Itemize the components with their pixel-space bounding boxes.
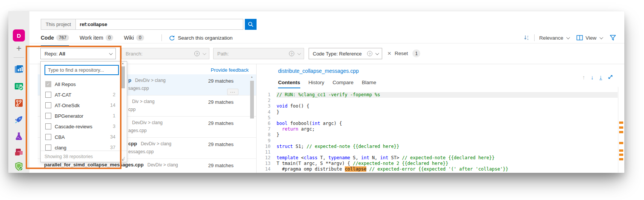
repo-search-input[interactable] (45, 65, 119, 75)
tab-wiki[interactable]: Wiki 0 (124, 32, 144, 43)
tab-code[interactable]: Code 767 (41, 32, 69, 43)
repo-match-count: 34 (110, 134, 115, 140)
scroll-up-icon[interactable]: ▲ (121, 62, 124, 65)
match-marker[interactable] (619, 149, 623, 152)
match-marker[interactable] (619, 142, 623, 144)
filter-toggle-button[interactable] (610, 35, 616, 41)
result-title-line: parallel_for_simd_collapse_messages.cppD… (44, 162, 207, 168)
code-line: 11 (261, 149, 618, 155)
more-options-button[interactable]: ··· (227, 89, 238, 95)
repo-option[interactable]: Cascade-reviews3 (41, 121, 127, 132)
result-file-path: sages.cpp (128, 86, 149, 91)
search-match-highlight: collapse (345, 166, 367, 172)
code-line: 2 (261, 98, 618, 103)
editor-overview-ruler (618, 87, 618, 173)
repo-option[interactable]: CBA34 (41, 132, 127, 142)
shield-icon (14, 162, 24, 171)
code-type-filter-dropdown[interactable]: Code Type: Reference ? (309, 48, 382, 59)
provide-feedback-link[interactable]: Provide feedback (211, 67, 249, 73)
filter-funnel-icon (610, 35, 616, 41)
main-area: This project Code 767 Work item 0 (29, 11, 624, 173)
sidebar-item-boards[interactable] (8, 82, 29, 91)
line-number: 10 (261, 144, 271, 149)
search-organization-link[interactable]: Search this organization (169, 35, 233, 41)
sidebar-item-artifacts[interactable] (8, 147, 29, 157)
code-text: #pragma omp distribute collapse // expec… (277, 166, 618, 172)
help-icon: ? (194, 51, 200, 56)
search-button[interactable] (245, 19, 257, 30)
match-marker[interactable] (619, 122, 623, 124)
add-project-button[interactable]: + (8, 45, 29, 52)
svg-text:Z: Z (527, 35, 529, 38)
download-button[interactable]: ↓ (599, 74, 603, 80)
code-line: 6bool foobool(int argc) { (261, 121, 618, 126)
repo-option[interactable]: BPGenerator1 (41, 111, 127, 121)
checkbox-icon[interactable] (45, 123, 51, 129)
scrollbar-thumb[interactable] (250, 81, 254, 118)
sidebar-item-repos[interactable] (8, 98, 29, 108)
file-tab-compare[interactable]: Compare (333, 80, 354, 88)
repo-option-label: CBA (55, 134, 65, 140)
code-editor[interactable]: 1// RUN: %clang_cc1 -verify -fopenmp %s2… (261, 92, 618, 173)
file-tab-contents[interactable]: Contents (278, 80, 300, 88)
code-line: 4} (261, 109, 618, 115)
scroll-up-icon[interactable]: ▲ (251, 75, 253, 78)
sidebar-item-pipelines[interactable] (8, 115, 29, 125)
match-marker[interactable] (619, 131, 623, 133)
checkbox-icon[interactable] (45, 134, 51, 140)
code-text (277, 149, 618, 155)
checkbox-icon[interactable] (45, 102, 51, 108)
search-input[interactable] (75, 19, 243, 30)
code-text (277, 115, 618, 121)
avatar[interactable]: D (13, 29, 25, 42)
checkbox-icon[interactable] (45, 92, 51, 98)
repo-option[interactable]: ✓All Repos (41, 79, 127, 89)
checkbox-icon[interactable] (45, 113, 51, 119)
file-tab-bar: ContentsHistoryCompareBlame (278, 80, 376, 88)
results-scrollbar[interactable]: ▲ (250, 75, 255, 173)
next-match-button[interactable]: ↓ (591, 74, 594, 80)
sort-dropdown[interactable]: Relevance (539, 35, 569, 41)
sidebar-item-compliance[interactable] (8, 162, 29, 171)
result-filename[interactable]: cpp (128, 141, 137, 146)
expand-fullscreen-button[interactable] (608, 74, 613, 80)
checkbox-icon[interactable] (45, 145, 51, 151)
search-scope-chip[interactable]: This project (41, 19, 75, 30)
app-sidebar: D + (8, 11, 29, 173)
view-dropdown[interactable]: View (576, 35, 602, 41)
checkbox-icon[interactable]: ✓ (45, 81, 51, 87)
dropdown-scrollbar[interactable]: ▲ ▼ (121, 62, 126, 162)
repo-option[interactable]: AT-OneSdk14 (41, 100, 127, 111)
file-name-link[interactable]: distribute_collapse_messages.cpp (278, 68, 359, 74)
match-marker[interactable] (619, 154, 623, 156)
line-number: 3 (261, 103, 271, 109)
overview-icon (14, 64, 24, 74)
code-line: 14 #pragma omp distribute collapse // ex… (261, 166, 618, 172)
result-filename[interactable]: parallel_for_simd_collapse_messages.cpp (44, 162, 144, 168)
result-match-count: 29 matches (208, 163, 234, 168)
scrollbar-thumb[interactable] (121, 66, 125, 88)
repo-match-count: 37 (110, 145, 115, 150)
line-number: 7 (261, 126, 271, 132)
file-tab-blame[interactable]: Blame (362, 80, 376, 88)
tab-work-item[interactable]: Work item 0 (80, 32, 113, 43)
chevron-down-icon (566, 35, 570, 39)
repo-filter-dropdown[interactable]: Repo: All (40, 48, 116, 59)
project-avatar[interactable]: D (8, 29, 29, 42)
file-tab-history[interactable]: History (309, 80, 324, 88)
repo-option-label: All Repos (55, 82, 76, 87)
repo-filter-value: All (59, 51, 65, 57)
match-marker[interactable] (619, 126, 623, 129)
sort-order-button[interactable]: Z A (524, 35, 530, 41)
sidebar-item-overview[interactable] (8, 64, 29, 74)
code-text: template <class T, typename S, int N, in… (277, 155, 618, 161)
resize-grip-icon[interactable] (121, 157, 125, 160)
match-marker[interactable] (619, 158, 623, 160)
previous-match-button[interactable]: ↑ (583, 74, 586, 80)
sidebar-item-test-plans[interactable] (8, 131, 29, 141)
filter-bar: Repo: All Branch: ? Path: ? Code Type: R… (29, 43, 624, 61)
reset-filters-button[interactable]: × Reset 1 (387, 49, 420, 57)
repo-option[interactable]: AT-CAT2 (41, 89, 127, 100)
code-line: 9 (261, 138, 618, 144)
result-filename[interactable]: p (128, 77, 131, 83)
